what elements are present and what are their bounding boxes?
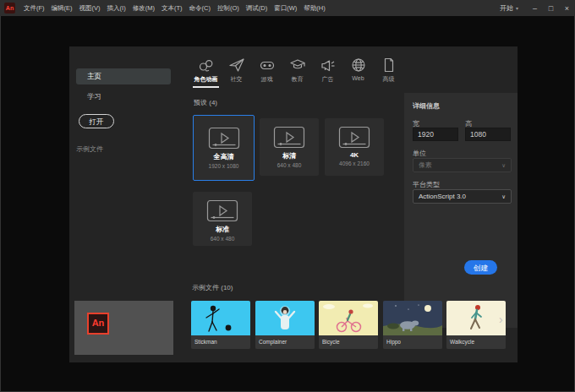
app-window: An 文件(F) 编辑(E) 视图(V) 插入(I) 修改(M) 文本(T) 命… [0,0,575,392]
height-input[interactable] [465,128,511,141]
stickman-thumbnail [191,301,250,335]
presets-header: 预设 (4) [194,98,217,107]
tab-ads[interactable]: 广告 [315,57,341,88]
tab-social[interactable]: 社交 [223,57,249,88]
preset-card-standard[interactable]: 标准 640 x 480 [193,192,252,246]
preset-name: 标清 [282,151,296,161]
graduation-cap-icon [289,57,306,74]
units-dropdown[interactable]: 像素 ∨ [413,158,512,172]
platform-dropdown[interactable]: ActionScript 3.0 ∨ [413,189,512,204]
menu-file[interactable]: 文件(F) [20,4,48,13]
workspace-label: 开始 [500,4,513,12]
promo-banner[interactable]: An [74,301,173,355]
tab-games[interactable]: 游戏 [254,57,280,88]
details-panel: 详细信息 宽 高 单位 像素 ∨ 平台类型 ActionScript 3.0 ∨… [404,93,518,328]
tab-label: 高级 [383,75,395,84]
start-screen-panel: 主页 学习 打开 示例文件 角色动画 社交 [69,46,518,362]
bicycle-thumbnail [319,301,378,335]
tab-character-animation[interactable]: 角色动画 [193,57,219,88]
details-header: 详细信息 [413,101,440,111]
tab-label: Web [352,75,364,81]
paper-plane-icon [228,57,245,74]
character-face-icon [198,57,215,74]
chevron-down-icon: ∨ [501,162,506,169]
animate-logo: An [87,313,109,335]
animate-app-icon: An [4,3,15,14]
menu-help[interactable]: 帮助(H) [300,4,328,13]
preset-card-sd[interactable]: 标清 640 x 480 [260,118,319,176]
maximize-button[interactable]: □ [543,4,559,13]
game-controller-icon [259,57,276,74]
megaphone-icon [320,57,337,74]
menu-view[interactable]: 视图(V) [76,4,104,13]
sample-card-hippo[interactable]: Hippo [383,301,442,349]
preset-size: 1920 x 1080 [209,163,239,169]
sample-name: Hippo [383,335,442,349]
menu-control[interactable]: 控制(O) [214,4,243,13]
preset-size: 640 x 480 [277,162,302,168]
sample-files-header: 示例文件 (10) [192,283,233,292]
video-preset-icon [338,126,370,149]
video-preset-icon [273,126,305,149]
sample-name: Complainer [255,335,315,349]
preset-name: 4K [350,151,359,159]
preset-size: 4096 x 2160 [339,161,370,166]
tab-underline-slot [375,86,402,88]
tab-label: 角色动画 [194,75,218,84]
tab-label: 教育 [292,75,304,84]
sample-card-complainer[interactable]: Complainer [255,301,315,349]
create-button[interactable]: 创建 [464,260,497,275]
tab-label: 广告 [322,75,334,84]
complainer-thumbnail [255,301,315,335]
menu-debug[interactable]: 调试(D) [243,4,271,13]
width-input[interactable] [413,128,458,141]
tab-web[interactable]: Web [345,57,371,88]
preset-card-full-hd[interactable]: 全高清 1920 x 1080 [193,115,255,181]
minimize-button[interactable]: – [527,4,543,13]
close-button[interactable]: × [559,4,575,13]
globe-icon [350,57,367,74]
sidebar-item-home[interactable]: 主页 [76,68,171,84]
walkcycle-thumbnail [446,301,506,335]
menu-text[interactable]: 文本(T) [158,4,186,13]
tab-label: 社交 [231,75,243,84]
open-button[interactable]: 打开 [79,114,114,128]
tab-underline-slot [254,86,280,88]
sample-name: Walkcycle [446,335,506,349]
sidebar-item-learn[interactable]: 学习 [87,92,101,102]
preset-size: 640 x 480 [211,236,235,242]
document-icon [381,57,397,74]
chevron-down-icon: ▾ [516,6,518,11]
sample-name: Stickman [191,335,250,349]
video-preset-icon [208,127,240,150]
video-preset-icon [206,199,238,222]
sample-card-walkcycle[interactable]: Walkcycle [446,301,506,349]
tab-advanced[interactable]: 高级 [375,57,402,88]
tab-label: 游戏 [261,75,273,84]
menu-modify[interactable]: 修改(M) [129,4,158,13]
menu-insert[interactable]: 插入(I) [104,4,129,13]
sidebar-footer-label: 示例文件 [76,144,103,154]
tab-underline-slot [223,86,249,88]
menu-window[interactable]: 窗口(W) [271,4,300,13]
menu-commands[interactable]: 命令(C) [186,4,214,13]
tab-underline-slot [284,86,310,88]
tab-underline-slot [315,86,341,88]
menubar-right: 开始▾ – □ × [500,3,575,13]
samples-next-arrow[interactable]: › [499,313,503,326]
chevron-down-icon: ∨ [501,193,506,200]
category-tabs: 角色动画 社交 游戏 [193,57,402,88]
platform-value: ActionScript 3.0 [419,193,466,200]
preset-card-4k[interactable]: 4K 4096 x 2160 [325,118,384,176]
workspace-switcher[interactable]: 开始▾ [500,3,518,13]
preset-name: 全高清 [214,152,234,161]
menu-edit[interactable]: 编辑(E) [48,4,76,13]
units-value: 像素 [419,161,432,170]
sample-name: Bicycle [319,335,378,349]
hippo-thumbnail [383,301,442,335]
preset-name: 标准 [216,225,229,234]
menu-list: 文件(F) 编辑(E) 视图(V) 插入(I) 修改(M) 文本(T) 命令(C… [20,4,329,13]
sample-card-bicycle[interactable]: Bicycle [319,301,378,349]
tab-education[interactable]: 教育 [284,57,310,88]
sample-card-stickman[interactable]: Stickman [191,301,250,349]
